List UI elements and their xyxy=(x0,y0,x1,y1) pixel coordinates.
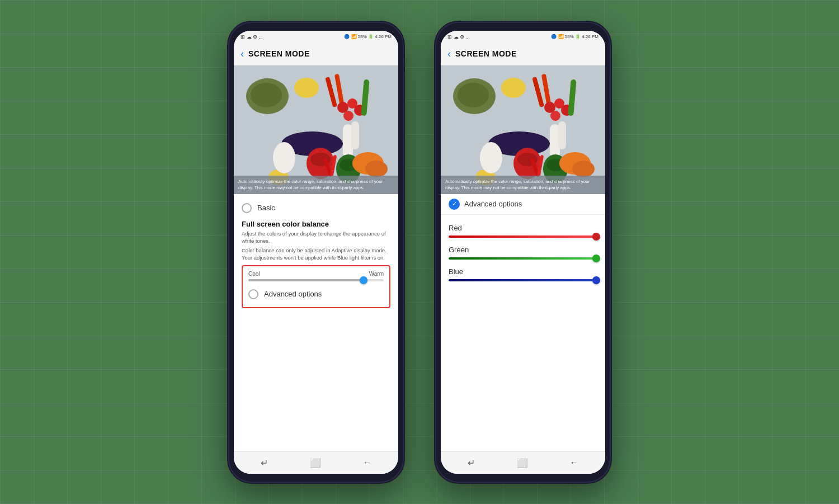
green-label: Green xyxy=(449,246,597,254)
status-bar-right-right: 🔵 📶 58% 🔋 4:26 PM xyxy=(551,34,598,39)
svg-point-2 xyxy=(251,83,282,107)
status-bar-right: ⊞ ☁ ⚙ ... 🔵 📶 58% 🔋 4:26 PM xyxy=(441,31,605,43)
image-caption-left: Automatically optimize the color range, … xyxy=(234,176,398,194)
content-area-right[interactable]: ✓ Advanced options Red Green Blue xyxy=(441,194,605,451)
nav-bar-right: ↵ ⬜ ← xyxy=(441,451,605,474)
basic-radio[interactable] xyxy=(242,203,252,213)
advanced-checkbox[interactable] xyxy=(248,289,258,299)
full-screen-desc2: Color balance can only be adjusted in Ad… xyxy=(242,247,390,262)
page-title-right: SCREEN MODE xyxy=(455,49,517,58)
red-track[interactable] xyxy=(449,235,597,238)
preview-image-right: Automatically optimize the color range, … xyxy=(441,65,605,194)
phone-screen-right: ⊞ ☁ ⚙ ... 🔵 📶 58% 🔋 4:26 PM ‹ SCREEN MOD… xyxy=(441,31,605,474)
phone-right: ⊞ ☁ ⚙ ... 🔵 📶 58% 🔋 4:26 PM ‹ SCREEN MOD… xyxy=(436,23,610,482)
red-label: Red xyxy=(449,224,597,232)
green-track[interactable] xyxy=(449,257,597,260)
basic-label: Basic xyxy=(257,204,275,212)
slider-thumb[interactable] xyxy=(360,276,367,284)
advanced-options-row[interactable]: Advanced options xyxy=(248,286,384,303)
content-area-left[interactable]: Basic Full screen color balance Adjust t… xyxy=(234,194,398,451)
color-balance-track[interactable] xyxy=(248,279,384,281)
veggie-scene-right xyxy=(441,65,605,194)
rgb-section: Red Green Blue xyxy=(441,215,605,294)
green-thumb[interactable] xyxy=(592,255,600,262)
svg-point-27 xyxy=(501,78,526,98)
red-thumb[interactable] xyxy=(592,233,600,241)
advanced-check-icon[interactable]: ✓ xyxy=(449,199,460,210)
preview-image-left: Automatically optimize the color range, … xyxy=(234,65,398,194)
status-icons-right-left: ⊞ ☁ ⚙ ... xyxy=(447,34,470,40)
advanced-options-checked-row[interactable]: ✓ Advanced options xyxy=(441,194,605,215)
top-bar-left: ‹ SCREEN MODE xyxy=(234,43,398,65)
back-button-right[interactable]: ‹ xyxy=(447,48,451,60)
blue-track[interactable] xyxy=(449,279,597,281)
blue-label: Blue xyxy=(449,267,597,276)
advanced-options-label-right: Advanced options xyxy=(464,200,522,208)
svg-point-9 xyxy=(343,111,353,121)
svg-point-33 xyxy=(550,111,560,121)
advanced-options-label: Advanced options xyxy=(264,290,322,298)
svg-rect-13 xyxy=(351,121,359,149)
cool-label: Cool xyxy=(248,271,260,277)
image-caption-right: Automatically optimize the color range, … xyxy=(441,176,605,194)
phone-left: ⊞ ☁ ⚙ ... 🔵 📶 58% 🔋 4:26 PM ‹ SCREEN MOD… xyxy=(229,23,403,482)
phone-screen-left: ⊞ ☁ ⚙ ... 🔵 📶 58% 🔋 4:26 PM ‹ SCREEN MOD… xyxy=(234,31,398,474)
veggie-svg-left xyxy=(234,65,398,194)
status-icons-left: ⊞ ☁ ⚙ ... xyxy=(241,34,263,40)
nav-back-right[interactable]: ← xyxy=(570,458,579,468)
status-bar-right-left: ⊞ ☁ ⚙ ... xyxy=(447,34,470,40)
veggie-scene-left xyxy=(234,65,398,194)
nav-home-left[interactable]: ⬜ xyxy=(310,458,321,468)
nav-recent-right[interactable]: ↵ xyxy=(468,458,475,468)
nav-back-left[interactable]: ← xyxy=(363,458,372,468)
slider-fill xyxy=(248,279,364,281)
svg-point-45 xyxy=(572,161,595,177)
blue-thumb[interactable] xyxy=(592,276,600,284)
back-button-left[interactable]: ‹ xyxy=(241,48,244,60)
nav-recent-left[interactable]: ↵ xyxy=(261,458,268,468)
nav-home-right[interactable]: ⬜ xyxy=(517,458,528,468)
status-bar-left-icons: ⊞ ☁ ⚙ ... xyxy=(241,34,263,40)
veggie-svg-right xyxy=(441,65,605,194)
color-balance-slider-section[interactable]: Cool Warm Advanced options xyxy=(242,265,390,308)
svg-point-3 xyxy=(294,78,319,98)
top-bar-right: ‹ SCREEN MODE xyxy=(441,43,605,65)
status-bar-right-icons: 🔵 📶 58% 🔋 4:26 PM xyxy=(344,34,392,39)
page-title-left: SCREEN MODE xyxy=(248,49,310,58)
status-icons-right: 🔵 📶 58% 🔋 4:26 PM xyxy=(344,34,392,39)
svg-point-47 xyxy=(480,142,502,173)
full-screen-desc1: Adjust the colors of your display to cha… xyxy=(242,230,390,245)
basic-option[interactable]: Basic xyxy=(242,200,390,216)
warm-label: Warm xyxy=(369,271,384,277)
status-icons-right-right: 🔵 📶 58% 🔋 4:26 PM xyxy=(551,34,598,39)
full-screen-title: Full screen color balance xyxy=(242,220,390,228)
svg-rect-37 xyxy=(558,121,566,149)
status-bar-left: ⊞ ☁ ⚙ ... 🔵 📶 58% 🔋 4:26 PM xyxy=(234,31,398,43)
svg-point-21 xyxy=(365,161,388,177)
svg-point-26 xyxy=(458,83,489,107)
nav-bar-left: ↵ ⬜ ← xyxy=(234,451,398,474)
svg-point-23 xyxy=(273,142,295,173)
